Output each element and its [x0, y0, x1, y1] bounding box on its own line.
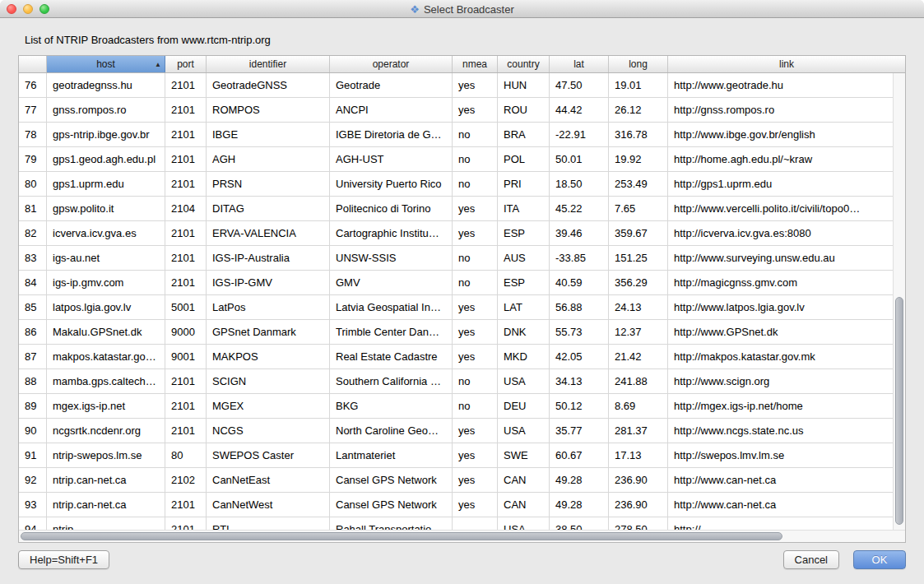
cell-identifier: IGS-IP-GMV: [207, 271, 330, 294]
column-header-long[interactable]: long: [609, 56, 668, 72]
cell-nmea: yes: [453, 73, 498, 97]
table-row[interactable]: 84igs-ip.gmv.com2101IGS-IP-GMVGMVnoESP40…: [19, 271, 893, 295]
cell-nmea: yes: [453, 98, 498, 122]
cell-lat: 18.50: [550, 172, 609, 196]
cell-port: 2101: [165, 172, 207, 196]
table-row[interactable]: 88mamba.gps.caltech…2101SCIGNSouthern Ca…: [19, 369, 893, 394]
cell-identifier: IBGE: [207, 123, 330, 146]
cell-lat: 49.28: [550, 493, 609, 517]
table-row[interactable]: 82icverva.icv.gva.es2101ERVA-VALENCIACar…: [19, 221, 893, 246]
column-header-country[interactable]: country: [498, 56, 550, 72]
cell-nmea: no: [453, 172, 498, 196]
table-row[interactable]: 86Makalu.GPSnet.dk9000GPSnet DanmarkTrim…: [19, 320, 893, 345]
table-row[interactable]: 85latpos.lgia.gov.lv5001LatPosLatvia Geo…: [19, 295, 893, 320]
cell-nmea: yes: [453, 419, 498, 443]
cell-lat: 45.22: [550, 197, 609, 220]
table-row[interactable]: 90ncgsrtk.ncdenr.org2101NCGSNorth Caroli…: [19, 419, 893, 443]
column-header-num[interactable]: [19, 56, 47, 72]
cell-num: 89: [19, 394, 47, 418]
cell-operator: UNSW-SSIS: [330, 246, 453, 270]
column-header-host[interactable]: host▲: [47, 56, 165, 72]
cell-port: 2101: [165, 369, 207, 393]
cell-nmea: yes: [453, 221, 498, 245]
cell-identifier: MAKPOS: [207, 345, 330, 368]
table-row[interactable]: 76geotradegnss.hu2101GeotradeGNSSGeotrad…: [19, 73, 893, 98]
table-row[interactable]: 93ntrip.can-net.ca2101CanNetWestCansel G…: [19, 493, 893, 517]
cell-host: gps1.uprm.edu: [47, 172, 165, 196]
cell-country: ESP: [498, 271, 550, 294]
cancel-button[interactable]: Cancel: [783, 550, 839, 569]
cell-country: AUS: [498, 246, 550, 270]
vertical-scrollbar-thumb[interactable]: [895, 297, 903, 526]
cell-port: 2101: [165, 221, 207, 245]
cell-identifier: NCGS: [207, 419, 330, 443]
ok-button[interactable]: OK: [853, 550, 906, 569]
vertical-scrollbar[interactable]: [893, 73, 905, 530]
table-row[interactable]: 80gps1.uprm.edu2101PRSNUniversity Puerto…: [19, 172, 893, 197]
cell-operator: GMV: [330, 271, 453, 294]
cell-num: 78: [19, 123, 47, 146]
table-row[interactable]: 89mgex.igs-ip.net2101MGEXBKGnoDEU50.128.…: [19, 394, 893, 419]
table-header-row: host▲portidentifieroperatornmeacountryla…: [19, 56, 905, 73]
table-row[interactable]: 79gps1.geod.agh.edu.pl2101AGHAGH-USTnoPO…: [19, 147, 893, 172]
cell-num: 90: [19, 419, 47, 443]
cell-nmea: no: [453, 271, 498, 294]
cell-country: USA: [498, 517, 550, 530]
select-broadcaster-dialog: ❖ Select Broadcaster List of NTRIP Broad…: [0, 0, 924, 584]
cell-link: http://icverva.icv.gva.es:8080: [668, 221, 893, 245]
table-row[interactable]: 94ntrip…2101RTI…Rahall Transportatio…USA…: [19, 517, 893, 530]
cell-country: HUN: [498, 73, 550, 97]
cell-port: 2101: [165, 493, 207, 517]
cell-country: CAN: [498, 468, 550, 492]
cell-num: 83: [19, 246, 47, 270]
cell-identifier: ROMPOS: [207, 98, 330, 122]
cell-long: 253.49: [609, 172, 668, 196]
column-header-port[interactable]: port: [165, 56, 207, 72]
app-icon: ❖: [410, 4, 420, 15]
cell-port: 2101: [165, 123, 207, 146]
column-header-label: port: [177, 58, 194, 70]
column-header-operator[interactable]: operator: [330, 56, 453, 72]
cell-operator: Cartographic Institu…: [330, 221, 453, 245]
cell-long: 17.13: [609, 443, 668, 467]
table-row[interactable]: 78gps-ntrip.ibge.gov.br2101IBGEIGBE Dire…: [19, 123, 893, 147]
cell-long: 359.67: [609, 221, 668, 245]
table-row[interactable]: 83igs-au.net2101IGS-IP-AustraliaUNSW-SSI…: [19, 246, 893, 271]
cell-lat: 55.73: [550, 320, 609, 344]
cell-host: igs-au.net: [47, 246, 165, 270]
cell-operator: Cansel GPS Network: [330, 468, 453, 492]
cell-host: gps1.geod.agh.edu.pl: [47, 147, 165, 171]
column-header-lat[interactable]: lat: [550, 56, 609, 72]
table-row[interactable]: 92ntrip.can-net.ca2102CanNetEastCansel G…: [19, 468, 893, 493]
cell-port: 2104: [165, 197, 207, 220]
cell-host: ntrip.can-net.ca: [47, 468, 165, 492]
cell-long: 356.29: [609, 271, 668, 294]
column-header-label: operator: [373, 58, 410, 70]
cell-lat: 35.77: [550, 419, 609, 443]
cell-port: 2101: [165, 517, 207, 530]
column-header-link[interactable]: link: [668, 56, 905, 72]
window-title-group: ❖ Select Broadcaster: [0, 0, 924, 18]
cell-identifier: IGS-IP-Australia: [207, 246, 330, 270]
help-button[interactable]: Help=Shift+F1: [18, 550, 109, 569]
cell-country: LAT: [498, 295, 550, 319]
table-row[interactable]: 91ntrip-swepos.lm.se80SWEPOS CasterLantm…: [19, 443, 893, 468]
window-title: Select Broadcaster: [424, 3, 514, 16]
cell-port: 2101: [165, 271, 207, 294]
cell-identifier: CanNetEast: [207, 468, 330, 492]
cell-operator: Rahall Transportatio…: [330, 517, 453, 530]
table-row[interactable]: 81gpsw.polito.it2104DITAGPolitecnico di …: [19, 197, 893, 221]
cell-port: 2101: [165, 394, 207, 418]
cell-country: POL: [498, 147, 550, 171]
cell-host: ntrip…: [47, 517, 165, 530]
cell-lat: 38.50: [550, 517, 609, 530]
cell-nmea: yes: [453, 493, 498, 517]
column-header-nmea[interactable]: nmea: [453, 56, 498, 72]
table-row[interactable]: 87makpos.katastar.go…9001MAKPOSReal Esta…: [19, 345, 893, 369]
horizontal-scrollbar-thumb[interactable]: [21, 532, 782, 540]
cell-country: USA: [498, 369, 550, 393]
column-header-identifier[interactable]: identifier: [207, 56, 330, 72]
horizontal-scrollbar[interactable]: [19, 530, 905, 542]
table-row[interactable]: 77gnss.rompos.ro2101ROMPOSANCPIyesROU44.…: [19, 98, 893, 123]
cell-host: gnss.rompos.ro: [47, 98, 165, 122]
